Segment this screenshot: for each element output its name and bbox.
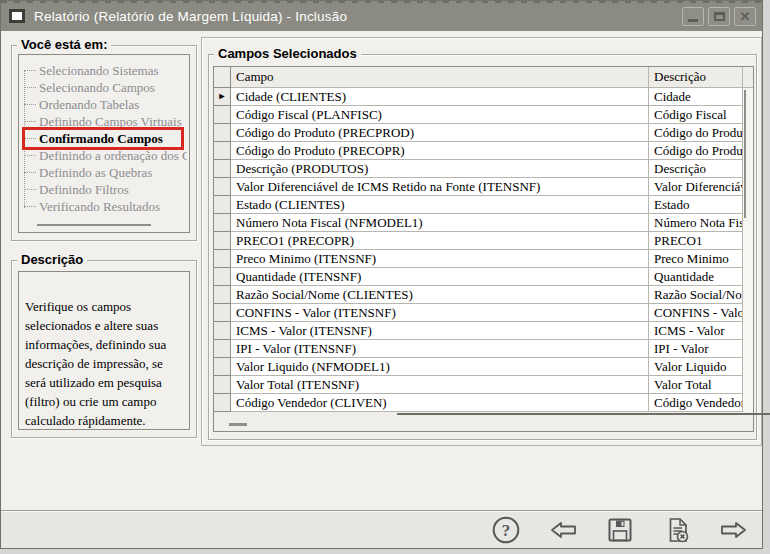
- row-selector-cell[interactable]: [214, 394, 231, 412]
- cell-campo[interactable]: Quantidade (ITENSNF): [231, 268, 649, 286]
- cell-campo[interactable]: Código do Produto (PRECPROD): [231, 124, 649, 142]
- wizard-step[interactable]: Definindo as Quebras: [23, 164, 187, 181]
- cell-descricao[interactable]: Preco Minimo: [649, 250, 743, 268]
- row-selector-cell[interactable]: [214, 286, 231, 304]
- cell-descricao[interactable]: Valor Liquido: [649, 358, 743, 376]
- close-button[interactable]: ✕: [734, 7, 756, 26]
- cell-descricao[interactable]: Código do Produto: [649, 124, 743, 142]
- table-row[interactable]: ►Cidade (CLIENTES)Cidade: [214, 88, 753, 106]
- wizard-step[interactable]: Verificando Resultados: [23, 198, 187, 215]
- row-selector-cell[interactable]: [214, 196, 231, 214]
- table-row[interactable]: Valor Total (ITENSNF)Valor Total: [214, 376, 753, 394]
- row-selector-cell[interactable]: [214, 268, 231, 286]
- row-selector-cell[interactable]: [214, 358, 231, 376]
- cell-descricao[interactable]: Código Fiscal: [649, 106, 743, 124]
- row-selector-cell[interactable]: [214, 106, 231, 124]
- wizard-step[interactable]: Ordenando Tabelas: [23, 96, 187, 113]
- table-row[interactable]: Descrição (PRODUTOS)Descrição: [214, 160, 753, 178]
- row-selector-cell[interactable]: [214, 322, 231, 340]
- save-button[interactable]: [603, 513, 637, 547]
- cell-campo[interactable]: Valor Diferenciável de ICMS Retido na Fo…: [231, 178, 649, 196]
- cell-descricao[interactable]: PRECO1: [649, 232, 743, 250]
- cell-campo[interactable]: Estado (CLIENTES): [231, 196, 649, 214]
- wizard-step[interactable]: Definindo a ordenação dos Campos: [23, 147, 187, 164]
- window-system-icon[interactable]: [9, 9, 25, 23]
- cell-descricao[interactable]: Quantidade: [649, 268, 743, 286]
- grid-vscrollbar[interactable]: [744, 90, 746, 218]
- wizard-step[interactable]: Selecionando Sistemas: [23, 62, 187, 79]
- minimize-button[interactable]: [682, 7, 704, 26]
- row-selector-cell[interactable]: [214, 124, 231, 142]
- cell-campo[interactable]: Descrição (PRODUTOS): [231, 160, 649, 178]
- table-row[interactable]: Número Nota Fiscal (NFMODEL1)Número Nota…: [214, 214, 753, 232]
- cell-descricao[interactable]: Razão Social/Nome: [649, 286, 743, 304]
- wizard-step-label: Definindo Campos Virtuais: [39, 114, 182, 130]
- grid-hscrollbar[interactable]: [229, 423, 247, 426]
- row-selector-cell[interactable]: [214, 142, 231, 160]
- cell-campo[interactable]: Código Vendedor (CLIVEN): [231, 394, 649, 412]
- cell-campo[interactable]: Preco Minimo (ITENSNF): [231, 250, 649, 268]
- cell-descricao[interactable]: Número Nota Fiscal: [649, 214, 743, 232]
- tree-connector-icon: [24, 87, 36, 88]
- maximize-button[interactable]: [708, 7, 730, 26]
- cell-campo[interactable]: Código do Produto (PRECOPR): [231, 142, 649, 160]
- row-selector-cell[interactable]: [214, 376, 231, 394]
- wizard-step[interactable]: Confirmando Campos: [23, 130, 187, 147]
- cell-descricao[interactable]: Estado: [649, 196, 743, 214]
- wizard-step[interactable]: Definindo Filtros: [23, 181, 187, 198]
- row-selector-cell[interactable]: [214, 232, 231, 250]
- table-row[interactable]: Valor Liquido (NFMODEL1)Valor Liquido: [214, 358, 753, 376]
- wizard-step[interactable]: Definindo Campos Virtuais: [23, 113, 187, 130]
- table-row[interactable]: Código do Produto (PRECPROD)Código do Pr…: [214, 124, 753, 142]
- row-selector-cell[interactable]: ►: [214, 88, 231, 106]
- cell-campo[interactable]: PRECO1 (PRECOPR): [231, 232, 649, 250]
- titlebar[interactable]: Relatório (Relatório de Margem Líquida) …: [1, 1, 762, 31]
- grid-header-campo[interactable]: Campo: [231, 67, 649, 88]
- table-row[interactable]: ICMS - Valor (ITENSNF)ICMS - Valor: [214, 322, 753, 340]
- forward-button[interactable]: [717, 513, 751, 547]
- row-selector-cell[interactable]: [214, 214, 231, 232]
- cell-descricao[interactable]: Descrição: [649, 160, 743, 178]
- row-selector-cell[interactable]: [214, 160, 231, 178]
- row-selector-cell[interactable]: [214, 178, 231, 196]
- cell-campo[interactable]: Razão Social/Nome (CLIENTES): [231, 286, 649, 304]
- cell-descricao[interactable]: IPI - Valor: [649, 340, 743, 358]
- back-button[interactable]: [546, 513, 580, 547]
- cell-descricao[interactable]: Código Vendedor: [649, 394, 743, 412]
- table-row[interactable]: Valor Diferenciável de ICMS Retido na Fo…: [214, 178, 753, 196]
- cell-campo[interactable]: Número Nota Fiscal (NFMODEL1): [231, 214, 649, 232]
- row-selector-cell[interactable]: [214, 340, 231, 358]
- tree-connector-icon: [24, 104, 36, 105]
- row-selector-cell[interactable]: [214, 250, 231, 268]
- cell-descricao[interactable]: Cidade: [649, 88, 743, 106]
- cell-descricao[interactable]: Valor Diferenciável: [649, 178, 743, 196]
- table-row[interactable]: IPI - Valor (ITENSNF)IPI - Valor: [214, 340, 753, 358]
- cell-campo[interactable]: Valor Liquido (NFMODEL1): [231, 358, 649, 376]
- row-gap: [743, 358, 753, 376]
- cell-campo[interactable]: Cidade (CLIENTES): [231, 88, 649, 106]
- wizard-step[interactable]: Selecionando Campos: [23, 79, 187, 96]
- cell-campo[interactable]: CONFINS - Valor (ITENSNF): [231, 304, 649, 322]
- table-row[interactable]: Preco Minimo (ITENSNF)Preco Minimo: [214, 250, 753, 268]
- table-row[interactable]: Razão Social/Nome (CLIENTES)Razão Social…: [214, 286, 753, 304]
- discard-record-button[interactable]: [660, 513, 694, 547]
- help-button[interactable]: ?: [489, 513, 523, 547]
- grid-header-descricao[interactable]: Descrição: [649, 67, 743, 88]
- table-row[interactable]: Código Fiscal (PLANFISC)Código Fiscal: [214, 106, 753, 124]
- cell-descricao[interactable]: CONFINS - Valor: [649, 304, 743, 322]
- cell-campo[interactable]: ICMS - Valor (ITENSNF): [231, 322, 649, 340]
- cell-descricao[interactable]: Código do Produto: [649, 142, 743, 160]
- cell-campo[interactable]: IPI - Valor (ITENSNF): [231, 340, 649, 358]
- table-row[interactable]: PRECO1 (PRECOPR)PRECO1: [214, 232, 753, 250]
- cell-descricao[interactable]: ICMS - Valor: [649, 322, 743, 340]
- table-row[interactable]: Código do Produto (PRECOPR)Código do Pro…: [214, 142, 753, 160]
- row-selector-cell[interactable]: [214, 304, 231, 322]
- table-row[interactable]: Quantidade (ITENSNF)Quantidade: [214, 268, 753, 286]
- cell-campo[interactable]: Valor Total (ITENSNF): [231, 376, 649, 394]
- table-row[interactable]: CONFINS - Valor (ITENSNF)CONFINS - Valor: [214, 304, 753, 322]
- table-row[interactable]: Código Vendedor (CLIVEN)Código Vendedor: [214, 394, 753, 412]
- wizard-list-hscrollbar[interactable]: [37, 224, 151, 226]
- cell-campo[interactable]: Código Fiscal (PLANFISC): [231, 106, 649, 124]
- cell-descricao[interactable]: Valor Total: [649, 376, 743, 394]
- table-row[interactable]: Estado (CLIENTES)Estado: [214, 196, 753, 214]
